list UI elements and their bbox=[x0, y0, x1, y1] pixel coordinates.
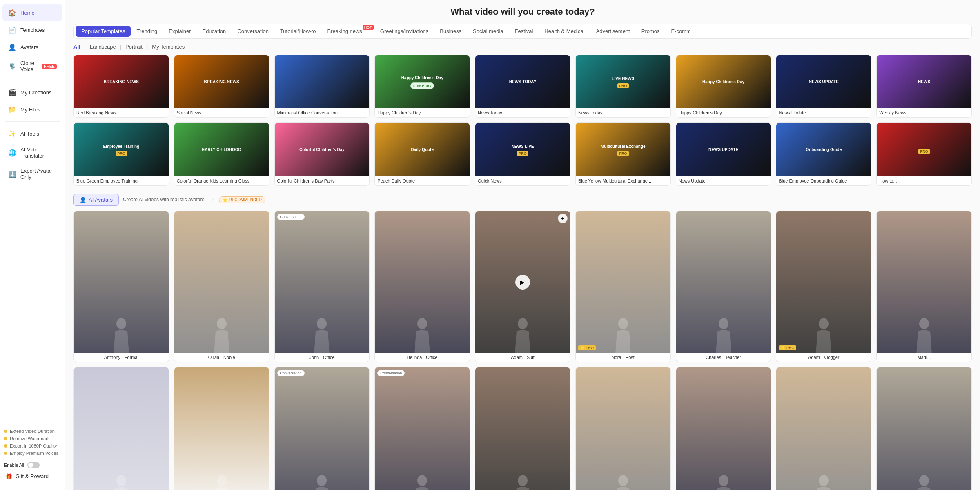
sidebar-item-ai-tools[interactable]: ✨ AI Tools bbox=[2, 125, 62, 142]
avatar-card-12[interactable]: Conversation Stella - Customer Service bbox=[374, 367, 470, 490]
pro-badge: PRO bbox=[918, 149, 930, 154]
tab-label: Social media bbox=[473, 28, 503, 34]
avatar-silhouette bbox=[811, 473, 836, 490]
template-name: News Today bbox=[475, 108, 570, 117]
play-button[interactable]: ▶ bbox=[515, 275, 530, 290]
template-card-14[interactable]: Multicultural Exchange PRO Blue Yellow M… bbox=[575, 122, 671, 185]
ai-avatars-label: AI Avatars bbox=[89, 197, 113, 203]
sidebar-item-templates[interactable]: 📄 Templates bbox=[2, 22, 62, 38]
template-card-4[interactable]: NEWS TODAY News Today bbox=[475, 55, 570, 118]
tab-advertisement[interactable]: Advertisement bbox=[590, 26, 636, 37]
enable-all-row: Enable All bbox=[0, 460, 65, 470]
filter-landscape[interactable]: Landscape bbox=[90, 44, 116, 50]
template-thumb-inner: Daily Quote bbox=[375, 123, 470, 176]
tab-label: Business bbox=[440, 28, 461, 34]
add-button[interactable]: + bbox=[558, 214, 568, 223]
filter-portrait[interactable]: Portrait bbox=[125, 44, 143, 50]
svg-point-9 bbox=[116, 475, 126, 486]
avatar-card-11[interactable]: Conversation Henry - Formal bbox=[274, 367, 370, 490]
tab-festival[interactable]: Festival bbox=[509, 26, 539, 37]
tab-popular-templates[interactable]: Popular Templates bbox=[76, 26, 131, 37]
pro-badge: PRO bbox=[517, 151, 528, 156]
tab-conversation[interactable]: Conversation bbox=[232, 26, 274, 37]
template-card-0[interactable]: BREAKING NEWS Red Breaking News bbox=[74, 55, 169, 118]
avatar-thumb bbox=[877, 368, 971, 490]
tab-social-media[interactable]: Social media bbox=[467, 26, 509, 37]
template-name: Social News bbox=[174, 108, 269, 117]
sidebar-item-ai-video-translator[interactable]: 🌐 AI Video Translator bbox=[2, 143, 62, 163]
avatar-silhouette bbox=[109, 316, 134, 353]
sidebar-item-avatars[interactable]: 👤 Avatars bbox=[2, 39, 62, 55]
enable-all-toggle[interactable] bbox=[27, 462, 40, 468]
template-name: News Update bbox=[776, 108, 871, 117]
template-card-6[interactable]: Happy Children's Day Happy Children's Da… bbox=[676, 55, 771, 118]
sidebar-item-label: AI Tools bbox=[20, 131, 39, 137]
enable-all-label: Enable All bbox=[4, 463, 24, 468]
template-thumb: PRO bbox=[877, 123, 971, 176]
avatar-card-15[interactable]: Aurora - Noble bbox=[676, 367, 771, 490]
avatar-card-10[interactable]: Ali - Red Ghutra bbox=[174, 367, 270, 490]
avatar-card-6[interactable]: Charles - Teacher bbox=[676, 211, 771, 363]
template-card-1[interactable]: BREAKING NEWS Social News bbox=[174, 55, 270, 118]
template-card-7[interactable]: NEWS UPDATE News Update bbox=[776, 55, 871, 118]
main-content: What video will you create today? Popula… bbox=[65, 0, 980, 490]
ai-avatars-tab[interactable]: 👤 AI Avatars bbox=[74, 194, 119, 206]
svg-point-0 bbox=[116, 318, 126, 330]
filter-my-templates[interactable]: My Templates bbox=[152, 44, 185, 50]
template-card-9[interactable]: Employee Training PRO Blue Green Employe… bbox=[74, 122, 169, 185]
template-card-15[interactable]: NEWS UPDATE News Update bbox=[676, 122, 771, 185]
template-thumb-inner: Happy Children's Day bbox=[676, 55, 771, 108]
tab-e-comm[interactable]: E-comm bbox=[666, 26, 697, 37]
template-name: Happy Children's Day bbox=[375, 108, 470, 117]
template-thumb-inner: Employee Training PRO bbox=[74, 123, 169, 176]
avatar-card-3[interactable]: Belinda - Office bbox=[374, 211, 470, 363]
tab-business[interactable]: Business bbox=[434, 26, 467, 37]
tab-promos[interactable]: Promos bbox=[636, 26, 666, 37]
avatar-card-7[interactable]: ⭐ PRO Adam - Vlogger bbox=[776, 211, 871, 363]
avatar-card-5[interactable]: ⭐ PRO Nora - Host bbox=[575, 211, 671, 363]
sidebar-item-my-files[interactable]: 📁 My Files bbox=[2, 101, 62, 118]
avatar-card-17[interactable]: Antho... bbox=[876, 367, 972, 490]
conversation-tag: Conversation bbox=[277, 214, 305, 220]
template-card-17[interactable]: PRO How to... bbox=[876, 122, 972, 185]
avatar-card-4[interactable]: ▶ + Adam - Suit bbox=[475, 211, 570, 363]
sidebar-item-label: My Creations bbox=[20, 89, 52, 96]
avatar-card-0[interactable]: Anthony - Formal bbox=[74, 211, 169, 363]
sidebar-item-gift[interactable]: 🎁 Gift & Reward bbox=[0, 470, 65, 483]
sidebar-item-clone-voice[interactable]: 🎙️ Clone Voice FREE bbox=[2, 56, 62, 76]
avatar-card-16[interactable]: ⭐ PRO Harper - Dress bbox=[776, 367, 871, 490]
template-card-8[interactable]: NEWS Weekly News bbox=[876, 55, 972, 118]
tab-greetings[interactable]: Greetings/Invitations bbox=[374, 26, 434, 37]
arrow-right-icon: → bbox=[208, 196, 215, 203]
avatar-card-2[interactable]: Conversation John - Office bbox=[274, 211, 370, 363]
sidebar-item-home[interactable]: 🏠 Home bbox=[2, 4, 62, 21]
avatar-thumb bbox=[174, 368, 269, 490]
avatar-card-1[interactable]: Olivia - Noble bbox=[174, 211, 270, 363]
tab-explainer[interactable]: Explainer bbox=[163, 26, 196, 37]
template-card-3[interactable]: Happy Children's Day Free Entry Happy Ch… bbox=[374, 55, 470, 118]
avatar-card-14[interactable]: Mila - Formal bbox=[575, 367, 671, 490]
tab-breaking-news[interactable]: Breaking news HOT bbox=[322, 26, 374, 37]
pro-avatar-badge: ⭐ PRO bbox=[578, 345, 596, 350]
svg-point-14 bbox=[618, 475, 628, 486]
avatar-card-13[interactable]: Max - Consultant bbox=[475, 367, 570, 490]
template-card-10[interactable]: EARLY CHILDHOOD Colorful Orange Kids Lea… bbox=[174, 122, 270, 185]
avatar-card-9[interactable]: Adara - Blue Hijab bbox=[74, 367, 169, 490]
avatar-thumb: ⭐ PRO bbox=[776, 211, 871, 353]
template-card-11[interactable]: Colorful Children's Day Colorful Childre… bbox=[274, 122, 370, 185]
tab-education[interactable]: Education bbox=[196, 26, 232, 37]
tab-tutorial[interactable]: Tutorial/How-to bbox=[274, 26, 322, 37]
translator-icon: 🌐 bbox=[8, 149, 16, 157]
tab-health-medical[interactable]: Health & Medical bbox=[539, 26, 590, 37]
tab-trending[interactable]: Trending bbox=[131, 26, 163, 37]
avatar-card-8[interactable]: Madi... bbox=[876, 211, 972, 363]
template-card-13[interactable]: NEWS LIVE PRO Quick News bbox=[475, 122, 570, 185]
sidebar-item-my-creations[interactable]: 🎬 My Creations bbox=[2, 84, 62, 100]
avatar-thumb: Conversation bbox=[275, 211, 370, 353]
sidebar-item-export-avatar-only[interactable]: ⬇️ Export Avatar Only bbox=[2, 164, 62, 184]
template-card-2[interactable]: Minimalist Office Conversation bbox=[274, 55, 370, 118]
template-card-12[interactable]: Daily Quote Peach Daily Quote bbox=[374, 122, 470, 185]
template-card-16[interactable]: Onboarding Guide Blue Employee Onboardin… bbox=[776, 122, 871, 185]
filter-all[interactable]: All bbox=[74, 44, 80, 50]
template-card-5[interactable]: LIVE NEWS PRO News Today bbox=[575, 55, 671, 118]
